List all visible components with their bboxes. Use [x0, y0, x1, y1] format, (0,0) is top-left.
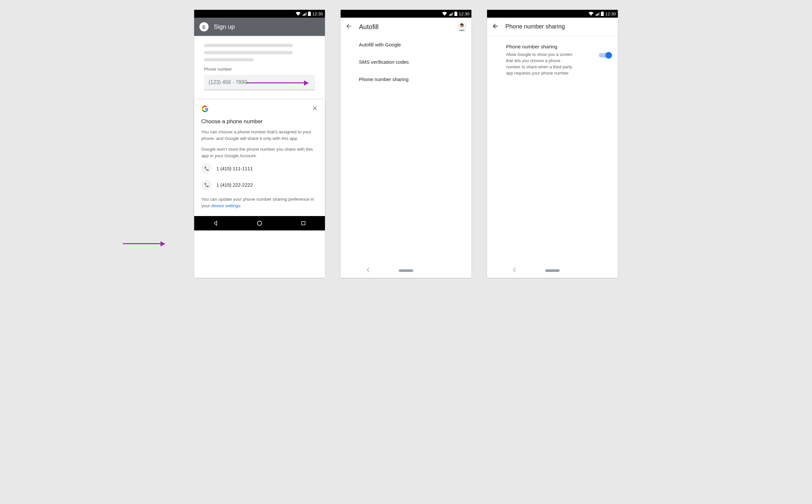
nav-home-pill[interactable]	[399, 269, 413, 272]
screenshot-phone-sharing: 12:30 Phone number sharing Phone number …	[487, 10, 618, 278]
nav-home-icon[interactable]	[256, 220, 263, 227]
cellular-icon	[595, 12, 600, 16]
close-button[interactable]	[312, 105, 318, 112]
status-bar: 12:30	[194, 10, 325, 18]
settings-item-sms-codes[interactable]: SMS verification codes	[341, 53, 471, 71]
phone-option[interactable]: 1 (415) 222-2222	[201, 180, 318, 190]
phone-option-number: 1 (415) 222-2222	[216, 182, 253, 188]
battery-icon	[308, 11, 311, 16]
battery-icon	[454, 11, 457, 16]
phone-icon	[201, 163, 212, 174]
account-avatar[interactable]	[457, 22, 467, 32]
setting-row-phone-sharing[interactable]: Phone number sharing Allow Google to sho…	[493, 44, 612, 76]
sheet-footer: You can update your phone number sharing…	[201, 196, 318, 209]
setting-toggle[interactable]	[599, 52, 612, 59]
settings-list: Autofill with Google SMS verification co…	[341, 36, 471, 150]
nav-home-pill[interactable]	[545, 269, 560, 272]
screenshot-autofill: 12:30 Autofill Autofill with Google SMS …	[341, 10, 471, 278]
page-title: Phone number sharing	[505, 23, 565, 30]
sheet-title: Choose a phone number	[201, 118, 318, 125]
flow-arrow	[123, 243, 165, 244]
page-title: Autofill	[359, 23, 450, 31]
android-nav-bar	[341, 263, 471, 278]
android-nav-bar	[194, 216, 325, 230]
screenshot-signup: 12:30 E Sign up Phone number	[194, 10, 325, 278]
phone-option-number: 1 (415) 111-1111	[216, 166, 253, 171]
back-button[interactable]	[345, 23, 352, 31]
flow-arrow	[246, 82, 308, 83]
phone-hint-sheet: Choose a phone number You can choose a p…	[194, 99, 325, 216]
app-logo: E	[199, 22, 209, 31]
sheet-footer-text: .	[240, 203, 242, 208]
nav-back-icon[interactable]	[366, 267, 370, 274]
cellular-icon	[302, 12, 307, 16]
settings-body: Phone number sharing Allow Google to sho…	[487, 36, 618, 84]
phone-option[interactable]: 1 (415) 111-1111	[201, 163, 318, 174]
google-g-icon	[201, 105, 209, 112]
wifi-icon	[442, 12, 447, 16]
phone-icon	[201, 180, 212, 190]
app-bar: E Sign up	[194, 18, 325, 36]
phone-field-label: Phone number	[204, 67, 315, 72]
status-time: 12:30	[459, 11, 469, 16]
status-time: 12:30	[312, 11, 323, 16]
status-bar: 12:30	[487, 10, 618, 18]
battery-icon	[601, 11, 604, 16]
app-bar: Phone number sharing	[487, 18, 618, 36]
app-bar: Autofill	[341, 18, 471, 36]
status-time: 12:30	[605, 11, 616, 16]
setting-title: Phone number sharing	[506, 44, 593, 50]
cellular-icon	[448, 12, 453, 16]
sheet-paragraph: Google won't store the phone number you …	[201, 146, 318, 159]
placeholder-line	[204, 44, 293, 47]
status-bar: 12:30	[341, 10, 471, 18]
placeholder-line	[204, 58, 254, 61]
app-bar-title: Sign up	[214, 23, 235, 30]
device-settings-link[interactable]: device settings	[211, 203, 240, 208]
wifi-icon	[296, 12, 301, 16]
svg-rect-1	[301, 222, 305, 225]
setting-description: Allow Google to show you a screen that l…	[506, 52, 575, 76]
placeholder-line	[204, 51, 293, 54]
sheet-paragraph: You can choose a phone number that's ass…	[201, 129, 318, 142]
android-nav-bar	[487, 263, 618, 278]
nav-recents-icon[interactable]	[300, 220, 306, 226]
wifi-icon	[588, 12, 594, 16]
svg-point-0	[257, 221, 262, 226]
settings-item-autofill-google[interactable]: Autofill with Google	[341, 36, 471, 53]
nav-back-icon[interactable]	[213, 220, 219, 226]
back-button[interactable]	[492, 23, 499, 31]
nav-back-icon[interactable]	[513, 267, 516, 274]
settings-item-phone-sharing[interactable]: Phone number sharing	[341, 71, 471, 88]
